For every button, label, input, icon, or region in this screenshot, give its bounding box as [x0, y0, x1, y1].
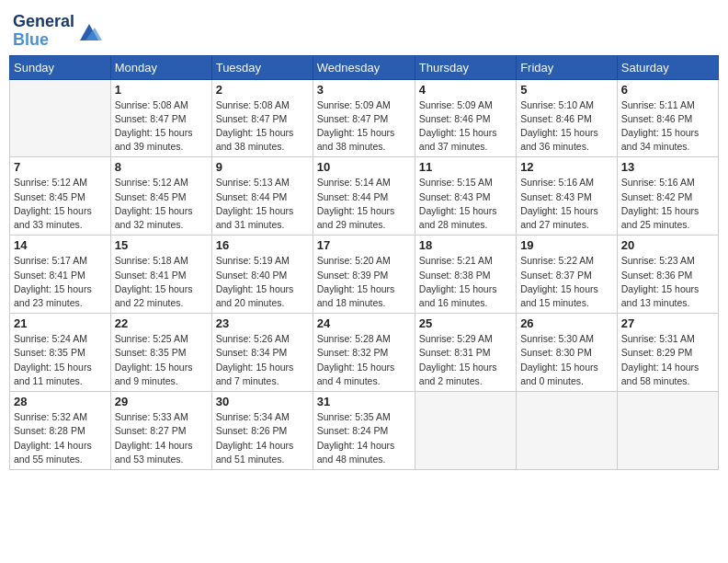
weekday-header: Tuesday — [211, 55, 313, 79]
day-number: 23 — [216, 316, 309, 330]
calendar-day-cell: 19Sunrise: 5:22 AMSunset: 8:37 PMDayligh… — [517, 236, 618, 314]
calendar-day-cell: 21Sunrise: 5:24 AMSunset: 8:35 PMDayligh… — [10, 314, 111, 392]
day-number: 31 — [317, 395, 411, 408]
day-info: Sunrise: 5:11 AMSunset: 8:46 PMDaylight:… — [621, 98, 714, 155]
day-number: 15 — [115, 238, 208, 252]
day-number: 19 — [520, 238, 613, 252]
day-info: Sunrise: 5:08 AMSunset: 8:47 PMDaylight:… — [216, 98, 309, 155]
page-header: GeneralBlue — [9, 9, 719, 50]
day-number: 18 — [419, 238, 512, 252]
calendar-day-cell: 18Sunrise: 5:21 AMSunset: 8:38 PMDayligh… — [415, 236, 516, 314]
calendar-table: SundayMondayTuesdayWednesdayThursdayFrid… — [9, 55, 719, 470]
day-number: 9 — [216, 160, 309, 174]
calendar-week-row: 7Sunrise: 5:12 AMSunset: 8:45 PMDaylight… — [10, 157, 719, 236]
day-number: 25 — [419, 316, 512, 330]
calendar-day-cell: 16Sunrise: 5:19 AMSunset: 8:40 PMDayligh… — [211, 236, 313, 314]
day-number: 3 — [317, 83, 411, 97]
day-number: 13 — [621, 160, 714, 174]
day-info: Sunrise: 5:32 AMSunset: 8:28 PMDaylight:… — [14, 410, 107, 466]
day-number: 22 — [115, 316, 208, 330]
calendar-day-cell — [415, 392, 516, 470]
day-info: Sunrise: 5:24 AMSunset: 8:35 PMDaylight:… — [14, 332, 107, 388]
day-info: Sunrise: 5:18 AMSunset: 8:41 PMDaylight:… — [115, 254, 208, 310]
calendar-day-cell: 5Sunrise: 5:10 AMSunset: 8:46 PMDaylight… — [517, 79, 618, 157]
calendar-day-cell: 14Sunrise: 5:17 AMSunset: 8:41 PMDayligh… — [10, 236, 111, 314]
calendar-day-cell — [617, 392, 718, 470]
day-number: 10 — [317, 160, 411, 174]
logo: GeneralBlue — [13, 13, 102, 50]
day-number: 1 — [115, 83, 208, 97]
calendar-day-cell: 2Sunrise: 5:08 AMSunset: 8:47 PMDaylight… — [211, 79, 313, 157]
day-number: 4 — [419, 83, 512, 97]
calendar-day-cell: 30Sunrise: 5:34 AMSunset: 8:26 PMDayligh… — [211, 392, 313, 470]
calendar-week-row: 28Sunrise: 5:32 AMSunset: 8:28 PMDayligh… — [10, 392, 719, 470]
calendar-day-cell: 7Sunrise: 5:12 AMSunset: 8:45 PMDaylight… — [10, 157, 111, 236]
calendar-day-cell: 28Sunrise: 5:32 AMSunset: 8:28 PMDayligh… — [10, 392, 111, 470]
calendar-day-cell — [10, 79, 111, 157]
day-info: Sunrise: 5:12 AMSunset: 8:45 PMDaylight:… — [115, 176, 208, 232]
calendar-day-cell: 12Sunrise: 5:16 AMSunset: 8:43 PMDayligh… — [517, 157, 618, 236]
day-number: 28 — [14, 395, 107, 408]
calendar-day-cell — [517, 392, 618, 470]
day-number: 2 — [216, 83, 309, 97]
day-number: 30 — [216, 395, 309, 408]
calendar-day-cell: 20Sunrise: 5:23 AMSunset: 8:36 PMDayligh… — [617, 236, 718, 314]
calendar-day-cell: 10Sunrise: 5:14 AMSunset: 8:44 PMDayligh… — [313, 157, 415, 236]
day-number: 17 — [317, 238, 411, 252]
day-number: 7 — [14, 160, 107, 174]
weekday-header: Wednesday — [313, 55, 415, 79]
day-info: Sunrise: 5:16 AMSunset: 8:43 PMDaylight:… — [520, 176, 613, 232]
weekday-header: Sunday — [10, 55, 111, 79]
calendar-day-cell: 26Sunrise: 5:30 AMSunset: 8:30 PMDayligh… — [517, 314, 618, 392]
day-info: Sunrise: 5:20 AMSunset: 8:39 PMDaylight:… — [317, 254, 411, 310]
day-number: 29 — [115, 395, 208, 408]
calendar-week-row: 21Sunrise: 5:24 AMSunset: 8:35 PMDayligh… — [10, 314, 719, 392]
day-number: 21 — [14, 316, 107, 330]
calendar-day-cell: 1Sunrise: 5:08 AMSunset: 8:47 PMDaylight… — [110, 79, 211, 157]
calendar-day-cell: 6Sunrise: 5:11 AMSunset: 8:46 PMDaylight… — [617, 79, 718, 157]
day-info: Sunrise: 5:30 AMSunset: 8:30 PMDaylight:… — [520, 332, 613, 388]
calendar-day-cell: 29Sunrise: 5:33 AMSunset: 8:27 PMDayligh… — [110, 392, 211, 470]
calendar-week-row: 14Sunrise: 5:17 AMSunset: 8:41 PMDayligh… — [10, 236, 719, 314]
day-number: 11 — [419, 160, 512, 174]
calendar-day-cell: 4Sunrise: 5:09 AMSunset: 8:46 PMDaylight… — [415, 79, 516, 157]
calendar-day-cell: 9Sunrise: 5:13 AMSunset: 8:44 PMDaylight… — [211, 157, 313, 236]
calendar-day-cell: 24Sunrise: 5:28 AMSunset: 8:32 PMDayligh… — [313, 314, 415, 392]
day-number: 5 — [520, 83, 613, 97]
calendar-day-cell: 8Sunrise: 5:12 AMSunset: 8:45 PMDaylight… — [110, 157, 211, 236]
day-number: 20 — [621, 238, 714, 252]
day-number: 24 — [317, 316, 411, 330]
day-info: Sunrise: 5:09 AMSunset: 8:46 PMDaylight:… — [419, 98, 512, 155]
day-info: Sunrise: 5:13 AMSunset: 8:44 PMDaylight:… — [216, 176, 309, 232]
calendar-day-cell: 25Sunrise: 5:29 AMSunset: 8:31 PMDayligh… — [415, 314, 516, 392]
logo-icon — [76, 18, 102, 44]
day-info: Sunrise: 5:33 AMSunset: 8:27 PMDaylight:… — [115, 410, 208, 466]
calendar-day-cell: 15Sunrise: 5:18 AMSunset: 8:41 PMDayligh… — [110, 236, 211, 314]
day-info: Sunrise: 5:23 AMSunset: 8:36 PMDaylight:… — [621, 254, 714, 310]
day-number: 12 — [520, 160, 613, 174]
calendar-day-cell: 31Sunrise: 5:35 AMSunset: 8:24 PMDayligh… — [313, 392, 415, 470]
calendar-day-cell: 11Sunrise: 5:15 AMSunset: 8:43 PMDayligh… — [415, 157, 516, 236]
weekday-header: Friday — [517, 55, 618, 79]
day-number: 8 — [115, 160, 208, 174]
day-info: Sunrise: 5:31 AMSunset: 8:29 PMDaylight:… — [621, 332, 714, 388]
day-info: Sunrise: 5:17 AMSunset: 8:41 PMDaylight:… — [14, 254, 107, 310]
day-number: 14 — [14, 238, 107, 252]
calendar-day-cell: 23Sunrise: 5:26 AMSunset: 8:34 PMDayligh… — [211, 314, 313, 392]
calendar-header-row: SundayMondayTuesdayWednesdayThursdayFrid… — [10, 55, 719, 79]
day-info: Sunrise: 5:35 AMSunset: 8:24 PMDaylight:… — [317, 410, 411, 466]
calendar-day-cell: 22Sunrise: 5:25 AMSunset: 8:35 PMDayligh… — [110, 314, 211, 392]
calendar-day-cell: 27Sunrise: 5:31 AMSunset: 8:29 PMDayligh… — [617, 314, 718, 392]
day-info: Sunrise: 5:26 AMSunset: 8:34 PMDaylight:… — [216, 332, 309, 388]
day-number: 26 — [520, 316, 613, 330]
weekday-header: Saturday — [617, 55, 718, 79]
weekday-header: Monday — [110, 55, 211, 79]
day-info: Sunrise: 5:16 AMSunset: 8:42 PMDaylight:… — [621, 176, 714, 232]
calendar-day-cell: 13Sunrise: 5:16 AMSunset: 8:42 PMDayligh… — [617, 157, 718, 236]
day-info: Sunrise: 5:19 AMSunset: 8:40 PMDaylight:… — [216, 254, 309, 310]
day-info: Sunrise: 5:25 AMSunset: 8:35 PMDaylight:… — [115, 332, 208, 388]
calendar-day-cell: 3Sunrise: 5:09 AMSunset: 8:47 PMDaylight… — [313, 79, 415, 157]
day-info: Sunrise: 5:15 AMSunset: 8:43 PMDaylight:… — [419, 176, 512, 232]
day-info: Sunrise: 5:22 AMSunset: 8:37 PMDaylight:… — [520, 254, 613, 310]
day-number: 27 — [621, 316, 714, 330]
